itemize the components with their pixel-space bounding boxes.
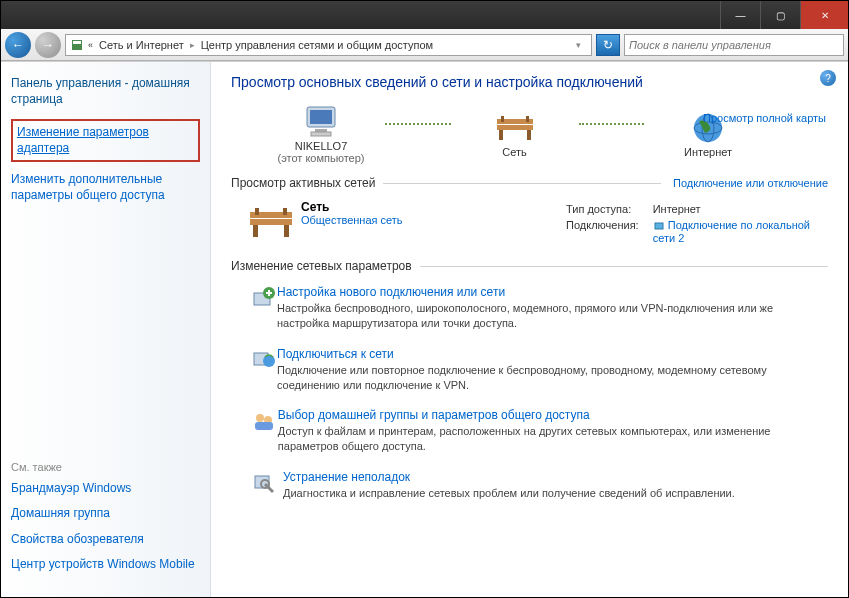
control-panel-icon bbox=[70, 38, 84, 52]
active-network-item: Сеть Общественная сеть Тип доступа: Инте… bbox=[231, 196, 828, 251]
section-active-networks: Просмотр активных сетей Подключение или … bbox=[231, 176, 828, 190]
svg-rect-9 bbox=[527, 130, 531, 140]
network-name: Сеть bbox=[301, 200, 558, 214]
main-panel: ? Просмотр основных сведений о сети и на… bbox=[211, 62, 848, 597]
window: — ▢ ✕ ← → « Сеть и Интернет ▸ Центр упра… bbox=[0, 0, 849, 598]
sidebar: Панель управления - домашняя страница Из… bbox=[1, 62, 211, 597]
troubleshoot-icon bbox=[251, 470, 277, 496]
bench-icon bbox=[246, 204, 296, 240]
search-input[interactable] bbox=[624, 34, 844, 56]
task-troubleshoot: Устранение неполадок Диагностика и испра… bbox=[231, 464, 828, 511]
firewall-link[interactable]: Брандмауэр Windows bbox=[11, 481, 200, 497]
network-type-link[interactable]: Общественная сеть bbox=[301, 214, 558, 226]
svg-point-26 bbox=[256, 414, 264, 422]
adapter-settings-link[interactable]: Изменение параметров адаптера bbox=[11, 119, 200, 162]
homegroup-link[interactable]: Домашняя группа bbox=[11, 506, 200, 522]
network-map: NIKELLO7 (этот компьютер) Сеть Интернет bbox=[231, 100, 828, 168]
svg-rect-16 bbox=[250, 219, 292, 225]
minimize-button[interactable]: — bbox=[720, 1, 760, 29]
svg-rect-18 bbox=[284, 225, 289, 237]
mobile-center-link[interactable]: Центр устройств Windows Mobile bbox=[11, 557, 200, 573]
bench-icon bbox=[493, 113, 537, 143]
maximize-button[interactable]: ▢ bbox=[760, 1, 800, 29]
homegroup-icon bbox=[251, 408, 277, 434]
crumb-center[interactable]: Центр управления сетями и общим доступом bbox=[201, 39, 433, 51]
svg-rect-19 bbox=[255, 208, 259, 215]
new-connection-icon bbox=[251, 285, 277, 311]
refresh-button[interactable]: ↻ bbox=[596, 34, 620, 56]
page-title: Просмотр основных сведений о сети и наст… bbox=[231, 74, 828, 90]
svg-rect-28 bbox=[255, 422, 273, 430]
task-homegroup: Выбор домашней группы и параметров общег… bbox=[231, 402, 828, 464]
nic-icon bbox=[653, 220, 665, 232]
forward-button[interactable]: → bbox=[35, 32, 61, 58]
task-link[interactable]: Выбор домашней группы и параметров общег… bbox=[278, 408, 590, 422]
titlebar: — ▢ ✕ bbox=[1, 1, 848, 29]
map-pc-node: NIKELLO7 (этот компьютер) bbox=[261, 104, 381, 164]
connect-icon bbox=[251, 347, 277, 373]
task-link[interactable]: Настройка нового подключения или сети bbox=[277, 285, 505, 299]
svg-rect-20 bbox=[283, 208, 287, 215]
svg-rect-11 bbox=[526, 116, 529, 122]
task-connect-network: Подключиться к сети Подключение или повт… bbox=[231, 341, 828, 403]
map-network-node: Сеть bbox=[455, 110, 575, 158]
network-properties: Тип доступа: Интернет Подключения: Подкл… bbox=[558, 200, 818, 247]
dropdown-icon[interactable]: ▾ bbox=[576, 40, 581, 50]
svg-rect-3 bbox=[310, 110, 332, 124]
svg-rect-7 bbox=[497, 125, 533, 130]
task-new-connection: Настройка нового подключения или сети На… bbox=[231, 279, 828, 341]
see-also-label: См. также bbox=[11, 461, 200, 473]
internet-options-link[interactable]: Свойства обозревателя bbox=[11, 532, 200, 548]
svg-rect-10 bbox=[501, 116, 504, 122]
svg-rect-17 bbox=[253, 225, 258, 237]
svg-rect-21 bbox=[655, 223, 663, 229]
svg-rect-1 bbox=[73, 41, 81, 44]
full-map-link[interactable]: Просмотр полной карты bbox=[703, 112, 826, 124]
back-button[interactable]: ← bbox=[5, 32, 31, 58]
pc-icon bbox=[301, 105, 341, 139]
svg-rect-8 bbox=[499, 130, 503, 140]
sharing-settings-link[interactable]: Изменить дополнительные параметры общего… bbox=[11, 172, 200, 203]
section-change-settings: Изменение сетевых параметров bbox=[231, 259, 828, 273]
connect-disconnect-link[interactable]: Подключение или отключение bbox=[673, 177, 828, 189]
connection-link[interactable]: Подключение по локальной сети 2 bbox=[653, 219, 810, 244]
task-link[interactable]: Устранение неполадок bbox=[283, 470, 410, 484]
close-button[interactable]: ✕ bbox=[800, 1, 848, 29]
help-icon[interactable]: ? bbox=[820, 70, 836, 86]
svg-rect-5 bbox=[311, 132, 331, 136]
body: Панель управления - домашняя страница Из… bbox=[1, 61, 848, 597]
breadcrumb[interactable]: « Сеть и Интернет ▸ Центр управления сет… bbox=[65, 34, 592, 56]
task-link[interactable]: Подключиться к сети bbox=[277, 347, 394, 361]
control-panel-home-link[interactable]: Панель управления - домашняя страница bbox=[11, 76, 200, 107]
crumb-net[interactable]: Сеть и Интернет bbox=[99, 39, 184, 51]
navbar: ← → « Сеть и Интернет ▸ Центр управления… bbox=[1, 29, 848, 61]
